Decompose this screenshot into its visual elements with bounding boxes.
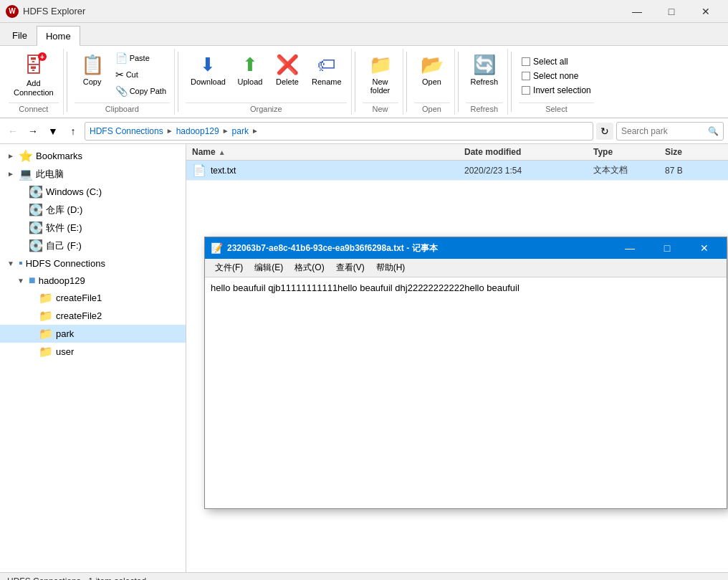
paste-label: Paste xyxy=(130,54,150,62)
notepad-menu-view[interactable]: 查看(V) xyxy=(330,260,370,275)
notepad-title-text: 232063b7-ae8c-41b6-93ce-ea9b36f6298a.txt… xyxy=(227,242,609,255)
add-connection-button[interactable]: 🗄 + AddConnection xyxy=(9,50,59,101)
back-button[interactable]: ← xyxy=(4,123,21,140)
ribbon-group-organize-label: Organize xyxy=(186,103,347,115)
windows-c-label: Windows (C:) xyxy=(46,186,102,197)
new-folder-button[interactable]: 📁 Newfolder xyxy=(363,50,398,98)
maximize-button[interactable]: □ xyxy=(655,0,688,23)
ribbon-group-new: 📁 Newfolder New xyxy=(358,49,403,115)
this-pc-label: 此电脑 xyxy=(36,168,64,181)
copy-icon: 📋 xyxy=(81,54,104,76)
sidebar-hdfs-connections[interactable]: ▼ ▪ HDFS Connections xyxy=(0,255,186,272)
download-icon: ⬇ xyxy=(200,54,216,76)
sidebar-storage-d[interactable]: 💽 仓库 (D:) xyxy=(0,201,186,219)
user-icon: 📁 xyxy=(39,345,53,358)
column-date[interactable]: Date modified xyxy=(464,147,593,157)
path-refresh-button[interactable]: ↻ xyxy=(596,123,613,140)
sidebar-self-f[interactable]: 💽 自己 (F:) xyxy=(0,237,186,255)
path-bar: HDFS Connections ► hadoop129 ► park ► xyxy=(85,122,593,141)
sidebar-software-e[interactable]: 💽 软件 (E:) xyxy=(0,219,186,237)
download-button[interactable]: ⬇ Download xyxy=(186,50,231,90)
tab-file[interactable]: File xyxy=(3,25,37,45)
ribbon: 🗄 + AddConnection Connect 📋 Copy 📄 Paste xyxy=(0,46,728,118)
add-connection-plus-icon: + xyxy=(38,52,47,61)
column-name[interactable]: Name ▲ xyxy=(192,147,464,157)
app-logo xyxy=(6,5,19,18)
copy-path-icon: 📎 xyxy=(115,85,128,97)
hdfs-icon: ▪ xyxy=(19,257,23,270)
park-label: park xyxy=(56,328,74,339)
delete-label: Delete xyxy=(276,77,299,86)
close-button[interactable]: ✕ xyxy=(689,0,722,23)
open-button[interactable]: 📂 Open xyxy=(414,50,450,90)
software-e-label: 软件 (E:) xyxy=(46,222,82,234)
cut-icon: ✂ xyxy=(115,69,124,80)
ribbon-group-clipboard-label: Clipboard xyxy=(75,103,170,115)
sidebar-user[interactable]: 📁 user xyxy=(0,343,186,361)
new-folder-icon: 📁 xyxy=(369,54,392,76)
ribbon-divider-2 xyxy=(178,52,178,112)
forward-button[interactable]: → xyxy=(24,123,42,140)
path-segment-hdfs[interactable]: HDFS Connections xyxy=(90,126,163,136)
copy-path-button[interactable]: 📎 Copy Path xyxy=(112,83,170,99)
minimize-button[interactable]: — xyxy=(621,0,653,23)
paste-button[interactable]: 📄 Paste xyxy=(112,50,170,66)
sidebar-createfile1[interactable]: 📁 createFile1 xyxy=(0,289,186,307)
sidebar-hadoop129[interactable]: ▼ ■ hadoop129 xyxy=(0,272,186,289)
search-icon: 🔍 xyxy=(708,126,719,136)
upload-button[interactable]: ⬆ Upload xyxy=(232,50,268,90)
column-type[interactable]: Type xyxy=(593,147,665,157)
title-bar: HDFS Explorer — □ ✕ xyxy=(0,0,728,23)
notepad-minimize-button[interactable]: — xyxy=(613,237,646,260)
search-input[interactable] xyxy=(621,126,705,136)
file-row-text-txt[interactable]: 📄 text.txt 2020/2/23 1:54 文本文档 87 B xyxy=(186,161,728,181)
windows-c-icon: 💽 xyxy=(29,185,43,199)
refresh-icon: 🔄 xyxy=(473,54,496,76)
refresh-label: Refresh xyxy=(471,77,499,86)
column-type-label: Type xyxy=(593,147,613,157)
recent-button[interactable]: ▼ xyxy=(44,123,62,140)
notepad-menu: 文件(F) 编辑(E) 格式(O) 查看(V) 帮助(H) xyxy=(205,259,727,277)
file-type-cell: 文本文档 xyxy=(593,164,665,176)
path-segment-park[interactable]: park xyxy=(232,126,249,136)
ribbon-group-select-label: Select xyxy=(519,103,594,115)
path-segment-hadoop[interactable]: hadoop129 xyxy=(176,126,219,136)
column-size[interactable]: Size xyxy=(665,147,722,157)
notepad-close-button[interactable]: ✕ xyxy=(688,237,721,260)
delete-button[interactable]: ❌ Delete xyxy=(269,50,305,90)
ribbon-group-connect-label: Connect xyxy=(9,103,59,115)
notepad-icon: 📝 xyxy=(211,242,223,254)
user-expander xyxy=(26,348,36,356)
ribbon-divider-1 xyxy=(67,52,67,112)
software-e-icon: 💽 xyxy=(29,221,43,234)
invert-selection-button[interactable]: Invert selection xyxy=(519,84,594,97)
notepad-window: 📝 232063b7-ae8c-41b6-93ce-ea9b36f6298a.t… xyxy=(204,237,727,509)
notepad-menu-help[interactable]: 帮助(H) xyxy=(370,260,411,275)
copy-button[interactable]: 📋 Copy xyxy=(75,50,110,90)
refresh-button[interactable]: 🔄 Refresh xyxy=(466,50,504,90)
tab-home[interactable]: Home xyxy=(37,26,80,46)
ribbon-group-new-label: New xyxy=(363,103,398,115)
copy-path-label: Copy Path xyxy=(130,87,166,95)
notepad-menu-edit[interactable]: 编辑(E) xyxy=(249,260,289,275)
sidebar-windows-c[interactable]: 💽 Windows (C:) xyxy=(0,183,186,201)
notepad-menu-format[interactable]: 格式(O) xyxy=(289,260,330,275)
this-pc-expander: ► xyxy=(6,170,16,178)
select-none-button[interactable]: Select none xyxy=(519,70,581,82)
new-folder-label: Newfolder xyxy=(370,77,391,95)
sidebar-createfile2[interactable]: 📁 createFile2 xyxy=(0,307,186,325)
cut-button[interactable]: ✂ Cut xyxy=(112,67,170,82)
add-connection-label: AddConnection xyxy=(14,79,54,98)
notepad-menu-file[interactable]: 文件(F) xyxy=(209,260,249,275)
sidebar-this-pc[interactable]: ► 💻 此电脑 xyxy=(0,165,186,183)
sidebar-bookmarks[interactable]: ► ⭐ Bookmarks xyxy=(0,147,186,165)
column-name-label: Name xyxy=(192,147,216,157)
path-arrow-1: ► xyxy=(166,127,173,135)
file-name-label: text.txt xyxy=(211,166,236,176)
hdfs-expander: ▼ xyxy=(6,260,16,267)
up-button[interactable]: ↑ xyxy=(64,123,82,140)
sidebar-park[interactable]: 📁 park xyxy=(0,325,186,343)
rename-button[interactable]: 🏷 Rename xyxy=(307,50,347,90)
notepad-maximize-button[interactable]: □ xyxy=(651,237,684,260)
select-all-button[interactable]: Select all xyxy=(519,55,571,68)
